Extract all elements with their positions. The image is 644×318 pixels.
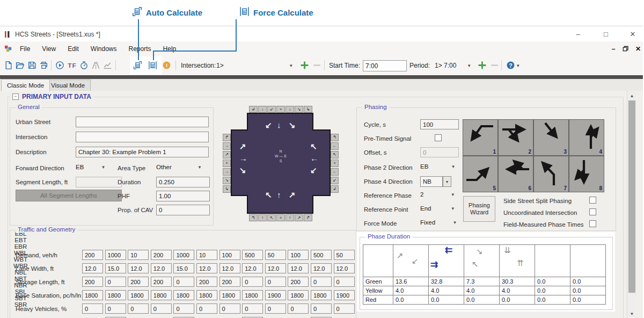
turn-right-up-icon[interactable]: ↱ — [223, 134, 231, 141]
traffic-cell-input[interactable]: 0 — [265, 303, 286, 314]
urban-street-input[interactable] — [76, 117, 209, 127]
start-time-input[interactable]: 7:00 — [363, 60, 407, 71]
traffic-cell-input[interactable]: 10 — [128, 250, 149, 260]
menu-reports[interactable]: Reports — [123, 41, 157, 56]
traffic-cell-input[interactable]: 0 — [105, 303, 126, 314]
traffic-cell-input[interactable]: 200 — [288, 277, 309, 287]
traffic-cell-input[interactable]: 12.0 — [151, 263, 172, 273]
traffic-cell-input[interactable]: 1000 — [173, 250, 194, 260]
force-calculate-button[interactable] — [147, 60, 158, 70]
cycle-input[interactable]: 100 — [420, 119, 459, 129]
traffic-cell-input[interactable]: 1800 — [128, 290, 149, 300]
traffic-cell-input[interactable]: 0 — [128, 303, 149, 314]
menu-windows[interactable]: Windows — [85, 41, 123, 56]
traffic-cell-input[interactable]: 200 — [128, 277, 149, 287]
signal-timing-icon[interactable]: TF — [67, 60, 77, 70]
open-file-icon[interactable] — [14, 60, 25, 70]
down-icon[interactable]: ↓ — [258, 106, 267, 113]
mdi-minimize-icon[interactable]: – — [608, 41, 619, 56]
menu-view[interactable]: View — [36, 41, 62, 56]
traffic-cell-input[interactable]: 0 — [334, 303, 355, 314]
traffic-cell-input[interactable]: 200 — [151, 250, 172, 260]
traffic-cell-input[interactable]: 200 — [151, 277, 172, 287]
reference-phase-select[interactable]: 2 ▾ — [420, 191, 454, 198]
traffic-cell-input[interactable]: 0 — [82, 303, 103, 314]
traffic-cell-input[interactable]: 15.0 — [173, 263, 194, 273]
traffic-cell-input[interactable]: 0 — [196, 303, 217, 314]
new-file-icon[interactable] — [3, 60, 13, 70]
scroll-up-icon[interactable]: ▲ — [627, 91, 636, 100]
menu-help[interactable]: Help — [157, 41, 182, 56]
menu-edit[interactable]: Edit — [62, 41, 85, 56]
side-street-split-phasing-checkbox[interactable] — [589, 197, 596, 204]
traffic-cell-input[interactable]: 1900 — [265, 290, 286, 300]
traffic-cell-input[interactable]: 0 — [311, 277, 332, 287]
phase-cell-6[interactable]: 6 — [498, 156, 533, 192]
traffic-cell-input[interactable]: 0 — [219, 303, 240, 314]
help-dropdown-icon[interactable]: ▾ — [517, 63, 519, 68]
phase-cell-7[interactable]: 7 — [533, 156, 569, 192]
phase4-direction-select[interactable]: NB — [420, 176, 443, 187]
traffic-cell-input[interactable]: 1800 — [151, 290, 172, 300]
phase-cell-3[interactable]: 3 — [533, 119, 569, 156]
period-dropdown-icon[interactable]: ▾ — [468, 63, 471, 68]
period-value[interactable]: 1> 7:00 — [435, 62, 456, 69]
phf-input[interactable]: 1.00 — [156, 191, 210, 201]
traffic-cell-input[interactable]: 1800 — [311, 290, 332, 300]
vertical-scrollbar[interactable]: ▲ ▼ — [627, 91, 636, 318]
traffic-cell-input[interactable]: 15.0 — [105, 263, 126, 273]
traffic-cell-input[interactable]: 0 — [242, 303, 263, 314]
run-analysis-icon[interactable] — [54, 60, 65, 70]
traffic-cell-input[interactable]: 0 — [242, 277, 263, 287]
collapse-icon[interactable]: − — [12, 93, 19, 100]
traffic-cell-input[interactable]: 1800 — [219, 290, 240, 300]
traffic-cell-input[interactable]: 1800 — [196, 290, 217, 300]
left-icon[interactable]: ← — [331, 142, 339, 150]
all-movements-icon[interactable]: + — [276, 106, 285, 113]
phase-cell-2[interactable]: 2 — [498, 119, 533, 156]
traffic-cell-input[interactable]: 1800 — [173, 290, 194, 300]
traffic-cell-input[interactable]: 1000 — [105, 250, 126, 260]
tab-classic-mode[interactable]: Classic Mode — [1, 79, 50, 91]
all-movements-icon[interactable]: + — [331, 160, 339, 167]
up-left-icon[interactable]: ↖ — [331, 151, 339, 158]
turn-left-up-icon[interactable]: ↰ — [331, 134, 339, 141]
traffic-cell-input[interactable]: 500 — [311, 250, 332, 260]
right-icon[interactable]: → — [223, 142, 231, 150]
traffic-cell-input[interactable]: 0 — [151, 303, 172, 314]
phase-cell-1[interactable]: 1 — [463, 119, 498, 156]
description-input[interactable]: Chapter 30: Example Problem 1 — [76, 147, 209, 157]
traffic-cell-input[interactable]: 12.0 — [265, 263, 286, 273]
traffic-cell-input[interactable]: 0 — [105, 277, 126, 287]
auto-calculate-button[interactable] — [132, 60, 143, 70]
down-right-icon[interactable]: ↘ — [295, 106, 303, 113]
traffic-cell-input[interactable]: 12.0 — [334, 263, 355, 273]
phase-cell-4[interactable]: 4 — [569, 119, 604, 156]
reference-point-select[interactable]: End ▾ — [420, 205, 454, 212]
turn-left-down-icon[interactable]: ↲ — [331, 185, 339, 193]
turn-right-down-icon[interactable]: ↳ — [223, 185, 231, 193]
traffic-cell-input[interactable]: 0 — [265, 277, 286, 287]
area-type-select[interactable]: Other ▾ — [156, 164, 201, 170]
uncoordinated-intersection-checkbox[interactable] — [589, 208, 596, 215]
duration-input[interactable]: 0.250 — [156, 177, 210, 187]
tab-visual-mode[interactable]: Visual Mode — [45, 80, 91, 91]
all-movements-icon[interactable]: + — [276, 214, 285, 221]
traffic-cell-input[interactable]: 12.0 — [196, 263, 217, 273]
phase4-dropdown-icon[interactable]: ▾ — [443, 176, 451, 187]
traffic-cell-input[interactable]: 200 — [219, 277, 240, 287]
save-file-icon[interactable] — [26, 60, 37, 70]
help-icon[interactable]: ? — [505, 60, 516, 70]
traffic-cell-input[interactable]: 1800 — [82, 290, 103, 300]
phase2-direction-select[interactable]: EB ▾ — [420, 163, 455, 170]
traffic-cell-input[interactable]: 0 — [334, 277, 355, 287]
traffic-cell-input[interactable]: 12.0 — [219, 263, 240, 273]
mdi-close-icon[interactable]: ✕ — [632, 41, 644, 56]
traffic-cell-input[interactable]: 0 — [173, 303, 194, 314]
traffic-cell-input[interactable]: 12.0 — [128, 263, 149, 273]
traffic-cell-input[interactable]: 1800 — [105, 290, 126, 300]
traffic-cell-input[interactable]: 0 — [173, 277, 194, 287]
traffic-cell-input[interactable]: 1800 — [242, 290, 263, 300]
turn-down-left-icon[interactable]: ↲ — [249, 106, 258, 113]
stopwatch-icon[interactable] — [78, 60, 89, 70]
